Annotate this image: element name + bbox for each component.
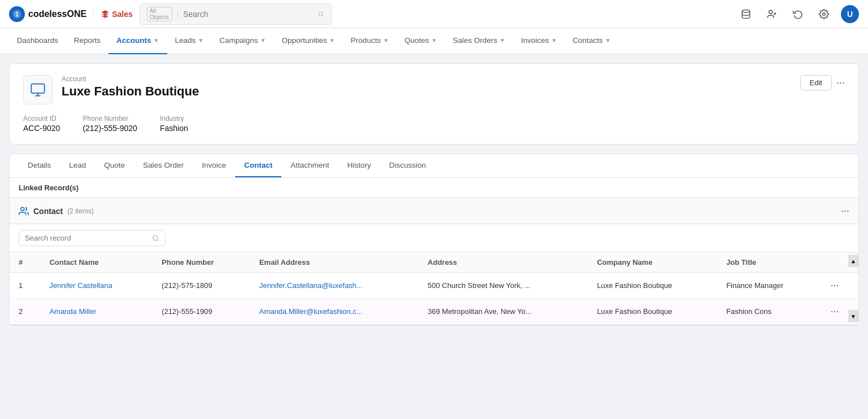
tab-history[interactable]: History [338, 154, 380, 177]
col-email: Email Address [250, 252, 419, 273]
contact-title: Contact [33, 207, 63, 216]
logo-text: codelessONE [28, 9, 86, 19]
sales-orders-arrow-icon: ▼ [500, 37, 505, 43]
contact-icon [19, 206, 29, 216]
col-job-title: Job Title [717, 252, 822, 273]
leads-arrow-icon: ▼ [198, 37, 203, 43]
table-row: 1 Jennifer Castellana (212)-575-1809 Jen… [10, 273, 858, 299]
col-phone: Phone Number [153, 252, 250, 273]
search-input[interactable] [183, 10, 314, 19]
tab-details[interactable]: Details [19, 154, 60, 177]
row2-name-link[interactable]: Amanda Miller [49, 307, 96, 316]
nav-opportunities[interactable]: Opportunities ▼ [274, 28, 342, 54]
svg-rect-9 [31, 84, 44, 93]
nav-quotes[interactable]: Quotes ▼ [397, 28, 445, 54]
user-plus-icon [767, 9, 777, 19]
col-company: Company Name [588, 252, 717, 273]
settings-icon-btn[interactable] [815, 5, 833, 23]
nav-campaigns[interactable]: Campaigns ▼ [211, 28, 274, 54]
object-selector[interactable]: All Objects [147, 7, 172, 21]
settings-icon [819, 9, 829, 19]
campaigns-arrow-icon: ▼ [261, 37, 266, 43]
search-record-input-wrap [19, 230, 166, 246]
nav-sales-orders[interactable]: Sales Orders ▼ [445, 28, 513, 54]
nav-leads[interactable]: Leads ▼ [167, 28, 212, 54]
history-icon [793, 9, 803, 19]
edit-button[interactable]: Edit [800, 75, 832, 90]
scroll-down-button[interactable]: ▼ [848, 310, 858, 322]
quotes-arrow-icon: ▼ [431, 37, 437, 43]
nav-products[interactable]: Products ▼ [343, 28, 397, 54]
nav-accounts[interactable]: Accounts ▼ [108, 28, 167, 54]
database-icon-btn[interactable] [737, 5, 755, 23]
nav-reports[interactable]: Reports [66, 28, 108, 54]
main-nav: Dashboards Reports Accounts ▼ Leads ▼ Ca… [0, 28, 868, 54]
accounts-arrow-icon: ▼ [154, 37, 159, 43]
products-arrow-icon: ▼ [383, 37, 389, 43]
logo-icon: 1 [9, 6, 25, 22]
app-name: Sales [93, 10, 133, 19]
col-address: Address [419, 252, 588, 273]
tab-lead[interactable]: Lead [60, 154, 95, 177]
search-record-icon [152, 234, 159, 242]
tab-invoice[interactable]: Invoice [193, 154, 235, 177]
contacts-arrow-icon: ▼ [605, 37, 611, 43]
nav-dashboards[interactable]: Dashboards [9, 28, 66, 54]
search-record-container [10, 224, 858, 252]
account-breadcrumb: Account [62, 75, 199, 83]
row1-address: 500 Church Street New York, ... [419, 273, 588, 299]
col-num: # [10, 252, 40, 273]
opportunities-arrow-icon: ▼ [329, 37, 335, 43]
row1-phone: (212)-575-1809 [153, 273, 250, 299]
history-icon-btn[interactable] [789, 5, 807, 23]
row1-email-link[interactable]: Jennifer.Castellana@luxefash... [259, 281, 363, 290]
svg-point-5 [769, 10, 772, 14]
contact-table: # Contact Name Phone Number Email Addres… [10, 252, 858, 325]
row1-more-button[interactable]: ··· [831, 280, 839, 291]
nav-contacts[interactable]: Contacts ▼ [565, 28, 618, 54]
more-options-button[interactable]: ··· [836, 77, 845, 89]
contact-more-button[interactable]: ··· [841, 205, 849, 217]
scroll-controls: ▲ ▼ [848, 252, 858, 325]
row2-num: 2 [10, 299, 40, 325]
table-row: 2 Amanda Miller (212)-555-1909 Amanda.Mi… [10, 299, 858, 325]
svg-line-3 [323, 15, 324, 16]
row1-email: Jennifer.Castellana@luxefash... [250, 273, 419, 299]
row1-name-link[interactable]: Jennifer Castellana [49, 281, 112, 290]
topbar: 1 codelessONE Sales All Objects | [0, 0, 868, 28]
nav-invoices[interactable]: Invoices ▼ [513, 28, 565, 54]
user-plus-icon-btn[interactable] [763, 5, 781, 23]
row2-name: Amanda Miller [40, 299, 153, 325]
tab-quote[interactable]: Quote [95, 154, 134, 177]
row2-email: Amanda.Miller@luxefashion.c... [250, 299, 419, 325]
svg-point-2 [319, 12, 323, 16]
database-icon [741, 9, 751, 19]
logo[interactable]: 1 codelessONE [9, 6, 86, 22]
contact-section-header: Contact (2 items) ··· [10, 198, 858, 224]
sales-icon [101, 10, 110, 19]
account-meta: Account ID ACC-9020 Phone Number (212)-5… [23, 115, 845, 133]
col-contact-name: Contact Name [40, 252, 153, 273]
svg-text:1: 1 [15, 11, 19, 18]
tab-contact[interactable]: Contact [235, 154, 281, 177]
avatar[interactable]: U [841, 5, 859, 23]
account-phone-field: Phone Number (212)-555-9020 [83, 115, 137, 133]
row1-job: Finance Manager [717, 273, 822, 299]
tab-discussion[interactable]: Discussion [380, 154, 435, 177]
topbar-right: U [737, 5, 859, 23]
account-info: Account Luxe Fashion Boutique [62, 75, 199, 99]
search-record-input[interactable] [25, 234, 147, 242]
scroll-up-button[interactable]: ▲ [848, 255, 858, 267]
svg-point-10 [21, 207, 24, 211]
row2-more-button[interactable]: ··· [831, 305, 839, 317]
main-content: Account Luxe Fashion Boutique Edit ··· A… [0, 54, 868, 335]
row2-email-link[interactable]: Amanda.Miller@luxefashion.c... [259, 307, 363, 316]
row2-phone: (212)-555-1909 [153, 299, 250, 325]
row1-company: Luxe Fashion Boutique [588, 273, 717, 299]
svg-point-4 [742, 10, 750, 12]
tab-attachment[interactable]: Attachment [281, 154, 338, 177]
detail-section: Details Lead Quote Sales Order Invoice C… [9, 154, 859, 326]
tab-sales-order[interactable]: Sales Order [134, 154, 193, 177]
contact-count: (2 items) [67, 207, 94, 215]
account-card: Account Luxe Fashion Boutique Edit ··· A… [9, 63, 859, 145]
